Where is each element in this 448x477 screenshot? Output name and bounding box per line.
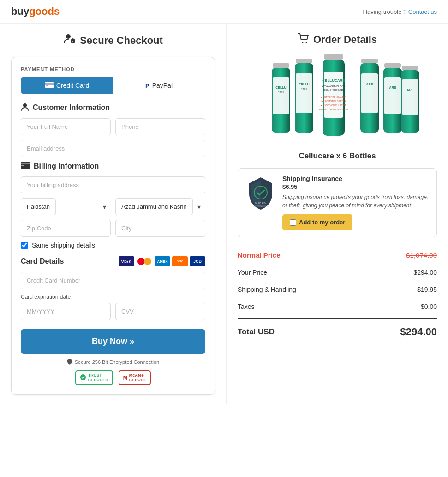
- country-region-row: Pakistan Azad Jammu and Kashn: [21, 198, 205, 215]
- same-shipping-checkbox[interactable]: [21, 242, 28, 249]
- jcb-icon: JCB: [190, 256, 205, 266]
- shipping-insurance-card: SHIPPING — INSURANCE — Shipping Insuranc…: [238, 168, 437, 237]
- security-label: Secure 256 Bit Encrypted Connection: [75, 359, 159, 365]
- normal-price-value: $1,074.00: [406, 251, 437, 259]
- billing-info-heading: Billing Information: [21, 162, 205, 171]
- shield-icon: [67, 358, 72, 366]
- svg-rect-5: [45, 83, 54, 85]
- billing-address-input[interactable]: [21, 176, 205, 193]
- contact-link[interactable]: Contact us: [408, 8, 437, 15]
- mcafee-icon: M: [123, 375, 127, 380]
- main-layout: Secure Checkout PAYMENT METHOD Credit Ca…: [0, 24, 448, 404]
- svg-text:CELLU: CELLU: [275, 86, 286, 89]
- svg-text:● SUPPORTS HEALTHY: ● SUPPORTS HEALTHY: [321, 96, 347, 98]
- email-input[interactable]: [21, 140, 205, 157]
- svg-point-12: [302, 42, 303, 43]
- svg-rect-34: [361, 59, 378, 63]
- shipping-row: Shipping & Handling $19.95: [238, 281, 437, 298]
- zip-input[interactable]: [21, 220, 111, 237]
- card-number-row: [21, 272, 205, 289]
- left-panel: Secure Checkout PAYMENT METHOD Credit Ca…: [0, 24, 226, 404]
- product-name: Cellucare x 6 Bottles: [238, 151, 437, 161]
- tab-credit-card[interactable]: Credit Card: [21, 77, 113, 94]
- mastercard-icon: [136, 256, 153, 266]
- logo-goods: goods: [29, 6, 60, 17]
- billing-info-title: Billing Information: [34, 162, 99, 170]
- amex-icon: AMEX: [155, 256, 170, 266]
- mcafee-label: McAfeeSECURE: [129, 373, 147, 382]
- svg-rect-14: [273, 63, 289, 68]
- svg-text:CELLU: CELLU: [299, 83, 309, 86]
- tab-paypal[interactable]: P PayPal: [113, 77, 205, 94]
- zip-city-row: [21, 220, 205, 237]
- trust-badges: TRUSTSECURED M McAfeeSECURE: [21, 370, 205, 385]
- svg-rect-9: [21, 163, 30, 164]
- add-order-checkbox[interactable]: [290, 219, 296, 226]
- phone-input[interactable]: [115, 118, 205, 135]
- right-panel: Order Details CELLU CARE CE: [226, 24, 448, 404]
- svg-rect-24: [324, 54, 343, 60]
- expiry-inputs: [21, 303, 205, 320]
- shipping-insurance-title: Shipping Insurance: [282, 175, 430, 182]
- trust-secured-badge: TRUSTSECURED: [75, 370, 113, 385]
- card-details-header: Card Details VISA AMEX DISC JCB: [21, 256, 205, 266]
- lock-person-icon: [63, 33, 76, 48]
- svg-point-0: [66, 34, 71, 39]
- svg-text:● BLOOD CIRCULATION: ● BLOOD CIRCULATION: [321, 104, 347, 107]
- svg-text:ADVANCED BLOOD: ADVANCED BLOOD: [322, 85, 346, 88]
- region-select[interactable]: Azad Jammu and Kashn: [115, 198, 193, 215]
- svg-rect-2: [72, 38, 74, 40]
- visa-icon: VISA: [119, 256, 134, 266]
- taxes-label: Taxes: [238, 303, 255, 310]
- svg-rect-44: [402, 79, 418, 115]
- svg-text:SHIPPING: SHIPPING: [255, 201, 266, 204]
- city-input[interactable]: [115, 220, 205, 237]
- svg-text:● PROMOTES BETTER: ● PROMOTES BETTER: [321, 100, 346, 103]
- product-bottles-svg: CELLU CARE CELLU CARE CELLUCARE: [250, 54, 425, 146]
- card-details-title: Card Details: [21, 257, 64, 266]
- country-select[interactable]: Pakistan: [21, 198, 56, 215]
- card-number-input[interactable]: [21, 272, 205, 289]
- svg-rect-10: [21, 165, 24, 166]
- svg-rect-38: [384, 63, 401, 68]
- cvv-input[interactable]: [115, 303, 205, 320]
- shipping-value: $19.95: [417, 286, 437, 293]
- your-price-row: Your Price $294.00: [238, 264, 437, 281]
- svg-point-3: [72, 41, 73, 42]
- buy-now-button[interactable]: Buy Now »: [21, 329, 205, 354]
- full-name-input[interactable]: [21, 118, 111, 135]
- expiry-section: Card expiration date: [21, 294, 205, 320]
- svg-rect-40: [384, 77, 401, 114]
- svg-text:— INSURANCE —: — INSURANCE —: [253, 205, 269, 207]
- svg-rect-21: [296, 73, 312, 113]
- same-shipping-row: Same shipping details: [21, 242, 205, 249]
- svg-text:SUGAR SUPPORT: SUGAR SUPPORT: [323, 89, 345, 91]
- email-row: [21, 140, 205, 157]
- add-to-order-button[interactable]: Add to my order: [282, 214, 352, 230]
- order-details-title: Order Details: [313, 34, 377, 46]
- customer-info-title: Customer Information: [33, 103, 110, 112]
- payment-method-label: PAYMENT METHOD: [21, 66, 205, 72]
- customer-info-heading: Customer Information: [21, 103, 205, 113]
- security-text: Secure 256 Bit Encrypted Connection: [21, 358, 205, 366]
- add-to-order-label: Add to my order: [299, 219, 345, 226]
- svg-text:● GLUCOSE METABOLISM: ● GLUCOSE METABOLISM: [319, 108, 348, 111]
- country-wrapper: Pakistan: [21, 198, 111, 215]
- address-row: [21, 176, 205, 193]
- logo-buy: buy: [11, 6, 29, 17]
- svg-text:ARE: ARE: [366, 83, 373, 86]
- taxes-value: $0.00: [421, 303, 437, 310]
- header: buygoods Having trouble ? Contact us: [0, 0, 448, 24]
- expiry-mm-yyyy-input[interactable]: [21, 303, 111, 320]
- paypal-icon: P: [145, 82, 149, 89]
- product-image: CELLU CARE CELLU CARE CELLUCARE: [238, 54, 437, 148]
- your-price-label: Your Price: [238, 269, 267, 276]
- svg-point-13: [305, 42, 307, 43]
- taxes-row: Taxes $0.00: [238, 298, 437, 315]
- svg-rect-36: [361, 73, 378, 113]
- order-details-heading: Order Details: [238, 33, 437, 47]
- credit-card-tab-label: Credit Card: [56, 82, 90, 89]
- checkmark-icon: [80, 374, 86, 381]
- checkout-card: PAYMENT METHOD Credit Card P PayPal: [11, 57, 215, 395]
- shipping-info: Shipping Insurance $6.95 Shipping insura…: [282, 175, 430, 230]
